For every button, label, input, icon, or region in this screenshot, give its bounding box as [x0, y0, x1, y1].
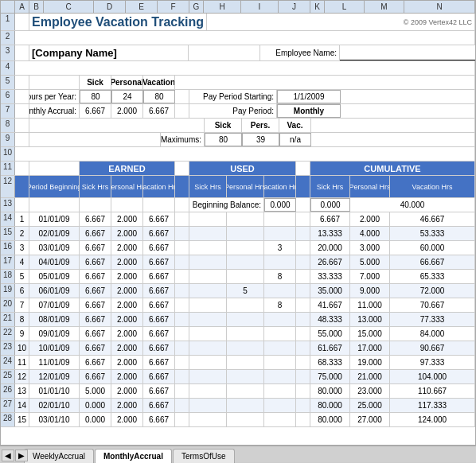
- cell-23-num: 10: [15, 341, 29, 355]
- row-13-beginning: 13 Beginning Balance: 0.000 0.000 40.000: [1, 198, 475, 212]
- cell-23-c-sick: 61.667: [310, 341, 350, 355]
- cell-sick-hpy[interactable]: 80: [80, 90, 111, 103]
- cell-24-num: 11: [15, 356, 29, 369]
- cell-20-period: 07/01/09: [29, 298, 80, 312]
- cell-17-c-vac: 66.667: [390, 255, 475, 269]
- tab-next-btn[interactable]: ▶: [15, 450, 28, 461]
- cell-27-k: [296, 399, 310, 412]
- cell-employee-name[interactable]: [340, 45, 475, 60]
- cell-17-u-pers: [227, 255, 264, 269]
- cell-11k: [296, 162, 310, 175]
- cell-18-u-vac: 8: [264, 270, 296, 283]
- cell-23-e-vac: 6.667: [143, 341, 175, 355]
- cell-max-sick[interactable]: 80: [205, 133, 242, 146]
- cell-16-u-pers: [227, 241, 264, 255]
- cell-vacation-hpy[interactable]: 80: [143, 90, 175, 103]
- cell-hpy-label: Hours per Year:: [29, 90, 80, 103]
- cell-17-period: 04/01/09: [29, 255, 80, 269]
- cell-7a: [15, 104, 29, 118]
- cell-25-g: [175, 370, 189, 383]
- tab-termsofuse[interactable]: TermsOfUse: [173, 449, 235, 463]
- tab-weeklyaccrual[interactable]: WeeklyAccrual: [24, 449, 94, 463]
- cell-19-e-pers: 2.000: [111, 284, 143, 298]
- cell-18-period: 05/01/09: [29, 270, 80, 283]
- cell-27-period: 02/01/10: [29, 399, 80, 412]
- cell-26-e-vac: 6.667: [143, 384, 175, 398]
- row-num-24: 24: [1, 356, 15, 369]
- cell-27-u-vac: [264, 399, 296, 412]
- cell-23-g: [175, 341, 189, 355]
- cell-15-e-pers: 2.000: [111, 227, 143, 240]
- row-num-23: 23: [1, 341, 15, 355]
- cell-15-e-vac: 6.667: [143, 227, 175, 240]
- cell-7rest: [341, 104, 475, 118]
- cell-15-num: 2: [15, 227, 29, 240]
- col-d: D: [94, 1, 126, 13]
- cell-3c: [189, 45, 260, 60]
- cell-personal-label: Personal: [111, 76, 143, 89]
- row-num-9: 9: [1, 133, 15, 146]
- tab-prev-btn[interactable]: ◀: [2, 450, 14, 461]
- cell-max-pers-lbl: Pers.: [242, 119, 279, 132]
- cell-26-u-pers: [227, 384, 264, 398]
- tab-monthlyaccrual[interactable]: MonthlyAccrual: [95, 449, 172, 463]
- row-num-22: 22: [1, 327, 15, 341]
- cell-bb-g: [175, 198, 189, 212]
- cell-sick-ma: 6.667: [80, 104, 111, 118]
- cell-23-e-sick: 6.667: [80, 341, 111, 355]
- cell-25-period: 12/01/09: [29, 370, 80, 383]
- data-row-1: 14 1 01/01/09 6.667 2.000 6.667 6.667 2.…: [1, 212, 475, 227]
- data-row-5: 18 5 05/01/09 6.667 2.000 6.667 8 33.333…: [1, 270, 475, 284]
- row-num-13-bb: 13: [1, 198, 15, 212]
- cell-17-k: [296, 255, 310, 269]
- cell-26-c-sick: 80.000: [310, 384, 350, 398]
- cell-23-u-vac: [264, 341, 296, 355]
- data-row-8: 21 8 08/01/09 6.667 2.000 6.667 48.333 1…: [1, 313, 475, 327]
- cell-20-u-vac: 8: [264, 298, 296, 312]
- cell-18-u-sick: [189, 270, 227, 283]
- cell-21-e-sick: 6.667: [80, 313, 111, 326]
- cell-u-pers-header: Personal Hrs: [227, 176, 264, 197]
- cell-20-e-pers: 2.000: [111, 298, 143, 312]
- cell-28-c-vac: 124.000: [390, 413, 475, 426]
- cell-18-c-pers: 7.000: [350, 270, 390, 283]
- row-num-12: 12: [1, 176, 15, 197]
- cell-18-g: [175, 270, 189, 283]
- col-i: I: [241, 1, 279, 13]
- cell-personal-hpy[interactable]: 24: [111, 90, 143, 103]
- spreadsheet: A B C D E F G H I J K L M N 1 Employee V…: [0, 0, 476, 446]
- cell-25-c-vac: 104.000: [390, 370, 475, 383]
- cell-16-k: [296, 241, 310, 255]
- cell-max-vac[interactable]: n/a: [279, 133, 311, 146]
- data-row-10: 23 10 10/01/09 6.667 2.000 6.667 61.667 …: [1, 341, 475, 356]
- cell-26-c-pers: 23.000: [350, 384, 390, 398]
- cell-copyright: © 2009 Vertex42 LLC: [207, 14, 475, 30]
- cell-23-u-sick: [189, 341, 227, 355]
- cell-17-e-vac: 6.667: [143, 255, 175, 269]
- cell-max-pers[interactable]: 39: [242, 133, 279, 146]
- cell-26-u-vac: [264, 384, 296, 398]
- cell-9a: [15, 133, 29, 146]
- cell-16-g: [175, 241, 189, 255]
- cell-20-e-vac: 6.667: [143, 298, 175, 312]
- cell-22-period: 09/01/09: [29, 327, 80, 341]
- cell-6a: [15, 90, 29, 103]
- cell-12k: [296, 176, 310, 197]
- cell-c-sick-header: Sick Hrs: [310, 176, 350, 197]
- cell-pps-value[interactable]: 1/1/2009: [277, 90, 341, 103]
- cell-16-c-pers: 3.000: [350, 241, 390, 255]
- cell-pp-value[interactable]: Monthly: [277, 104, 341, 118]
- cell-15-c-pers: 4.000: [350, 227, 390, 240]
- cell-14-u-sick: [189, 212, 227, 226]
- cell-11a: [15, 162, 29, 175]
- cell-max-label: Maximums:: [161, 133, 205, 146]
- cell-21-period: 08/01/09: [29, 313, 80, 326]
- cell-26-e-pers: 2.000: [111, 384, 143, 398]
- cell-26-u-sick: [189, 384, 227, 398]
- cell-bb-cum-vac: 40.000: [350, 198, 475, 212]
- cell-period-header: Period Beginning: [29, 176, 80, 197]
- cell-personal-ma: 2.000: [111, 104, 143, 118]
- row-3: 3 [Company Name] Employee Name:: [1, 45, 475, 61]
- data-row-11: 24 11 11/01/09 6.667 2.000 6.667 68.333 …: [1, 356, 475, 370]
- cell-19-period: 06/01/09: [29, 284, 80, 298]
